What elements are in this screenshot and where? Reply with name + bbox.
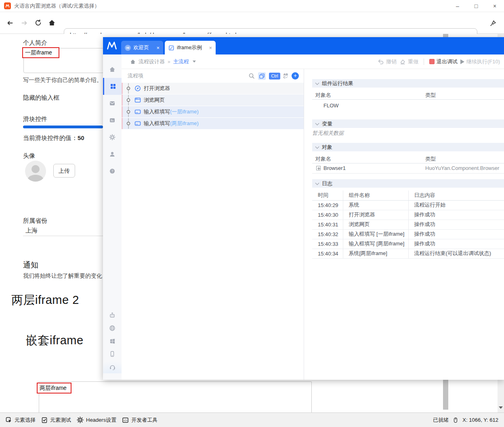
sidebar-mobile-icon (109, 351, 116, 357)
browse-web-icon (134, 97, 141, 103)
iframe2-heading: 两层iframe 2 (11, 292, 79, 308)
iframe1-highlighted-text[interactable]: 一层iframe (22, 47, 59, 58)
flow-node-icon[interactable] (126, 83, 131, 94)
log-row[interactable]: 15:40:31浏览网页操作成功 (312, 220, 504, 229)
element-select-toggle[interactable]: 元素选择 (6, 417, 36, 424)
expand-icon[interactable] (316, 166, 321, 170)
flow-list-title: 流程项 (128, 72, 143, 80)
nested-iframe-heading: 嵌套iframe (26, 333, 84, 349)
sidebar-item-web[interactable] (103, 322, 122, 335)
sidebar-item-mobile[interactable] (103, 347, 122, 360)
reload-icon[interactable] (35, 19, 42, 26)
undo-icon (378, 59, 384, 65)
province-select[interactable]: 上海 (25, 227, 38, 234)
sidebar-item-home[interactable] (103, 61, 122, 78)
ready-status: 已就绪 (433, 417, 449, 424)
iframe2-textarea[interactable] (39, 381, 312, 412)
avatar-label: 头像 (23, 152, 35, 160)
search-icon[interactable] (248, 73, 255, 79)
pin-icon[interactable] (489, 20, 496, 27)
eraser-icon (399, 59, 406, 65)
flow-node-icon[interactable] (126, 107, 131, 117)
section-logs[interactable]: 日志 (312, 179, 504, 188)
sidebar-item-help[interactable]: ? (103, 163, 122, 180)
log-row[interactable]: 15:40:29系统流程运行开始 (312, 200, 504, 210)
exit-debug-button[interactable]: 退出调试 (429, 58, 458, 65)
notice-title: 通知 (23, 260, 38, 270)
iframe2-highlighted-text[interactable]: 两层iframe (37, 383, 71, 394)
flow-item-open-browser[interactable]: 打开浏览器 (122, 83, 304, 94)
breadcrumb-main-flow[interactable]: 主流程 (173, 58, 189, 65)
sidebar-card-icon (109, 117, 116, 123)
copy-icon[interactable] (258, 72, 266, 80)
ctrl-shortcut-badge[interactable]: Ctrl (269, 73, 280, 80)
flow-item-fill-input-1[interactable]: 输入框填写(一层iframe) (122, 106, 304, 117)
sidebar-item-messages[interactable] (103, 95, 122, 112)
section-objects[interactable]: 对象 (312, 143, 504, 151)
sidebar-item-user[interactable] (103, 146, 122, 163)
chevron-down-icon[interactable] (193, 61, 196, 63)
cursor-coordinates: X: 1066, Y: 612 (462, 417, 498, 423)
designer-window: HI 欢迎页 × iframe示例 × 流程设计器 » 主流程 撤销 (103, 37, 504, 380)
variables-empty-note: 暂无相关数据 (312, 130, 344, 137)
province-underline (23, 236, 103, 236)
sidebar-item-cards[interactable] (103, 112, 122, 129)
objects-row[interactable]: Browser1 HuoYuYan.Component.Browser (312, 165, 504, 174)
chevron-down-icon (315, 181, 319, 185)
flow-node-icon[interactable] (126, 118, 131, 129)
sidebar-item-settings[interactable] (103, 129, 122, 146)
input-fill-icon (134, 120, 141, 127)
tab-iframe-demo[interactable]: iframe示例 × (165, 41, 216, 54)
close-button[interactable]: × (485, 0, 504, 12)
sidebar-item-support[interactable] (103, 360, 122, 373)
results-table-header: 对象名 类型 (312, 91, 504, 100)
sidebar-mail-icon (109, 100, 116, 107)
chevron-down-icon (315, 144, 319, 149)
autocomplete-icon[interactable]: ABC✓ (284, 73, 288, 79)
log-row[interactable]: 15:40:34系统[两层iframe]流程运行结束(可以退出调试状态) (312, 249, 504, 258)
flow-node-icon[interactable] (126, 95, 131, 105)
maximize-button[interactable]: □ (467, 0, 485, 12)
tab-welcome-close-icon[interactable]: × (156, 45, 160, 51)
mouse-icon (453, 417, 458, 423)
flow-item-browse-web[interactable]: 浏览网页 (122, 94, 304, 106)
avatar (25, 161, 46, 182)
back-icon[interactable] (6, 20, 13, 26)
tab-welcome[interactable]: HI 欢迎页 × (121, 41, 163, 54)
section-variables[interactable]: 变量 (312, 119, 504, 128)
sidebar-item-components[interactable] (103, 78, 122, 95)
devtools-icon: </> (122, 417, 129, 423)
slider-value-line: 当前滑块控件的值：50 (23, 134, 84, 142)
home-icon[interactable] (48, 19, 55, 26)
headers-settings-button[interactable]: Headers设置 (77, 417, 116, 424)
continue-button[interactable]: 继续执行(F10) (460, 58, 500, 65)
flow-item-fill-input-2[interactable]: 输入框填写(两层iframe) (122, 118, 304, 129)
designer-sidebar: ? (103, 54, 122, 380)
province-label: 所属省份 (23, 217, 47, 225)
home-small-icon[interactable] (130, 59, 136, 65)
slider[interactable] (23, 126, 103, 128)
devtools-button[interactable]: </> 开发者工具 (122, 417, 158, 424)
add-flow-item-button[interactable]: + (292, 72, 299, 80)
log-row[interactable]: 15:40:32输入框填写 [一层iframe]操作成功 (312, 229, 504, 239)
designer-titlebar: HI 欢迎页 × iframe示例 × (103, 37, 504, 54)
undo-button[interactable]: 撤销 (378, 58, 397, 65)
element-test-icon (41, 417, 48, 423)
redo-button[interactable]: 重做 (399, 58, 418, 65)
profile-label: 个人简介 (23, 39, 47, 47)
window-titlebar: 火语言内置浏览器（调试/元素选择） – □ × (0, 0, 504, 12)
tab-iframe-demo-close-icon[interactable]: × (209, 45, 212, 51)
upload-button[interactable]: 上传 (53, 164, 75, 178)
gear-icon (77, 417, 84, 423)
scroll-down-arrow-icon[interactable] (499, 406, 503, 409)
forward-icon[interactable] (21, 20, 28, 26)
breadcrumb-designer[interactable]: 流程设计器 (139, 58, 165, 65)
log-row[interactable]: 15:40:30打开浏览器操作成功 (312, 210, 504, 220)
minimize-button[interactable]: – (448, 0, 467, 12)
log-row[interactable]: 15:40:33输入框填写 [两层iframe]操作成功 (312, 239, 504, 249)
element-test-toggle[interactable]: 元素测试 (41, 417, 71, 424)
sidebar-item-windows[interactable] (103, 335, 122, 347)
section-run-results[interactable]: 组件运行结果 (312, 79, 504, 88)
sidebar-robot-icon (109, 312, 116, 318)
sidebar-item-robot[interactable] (103, 309, 122, 322)
